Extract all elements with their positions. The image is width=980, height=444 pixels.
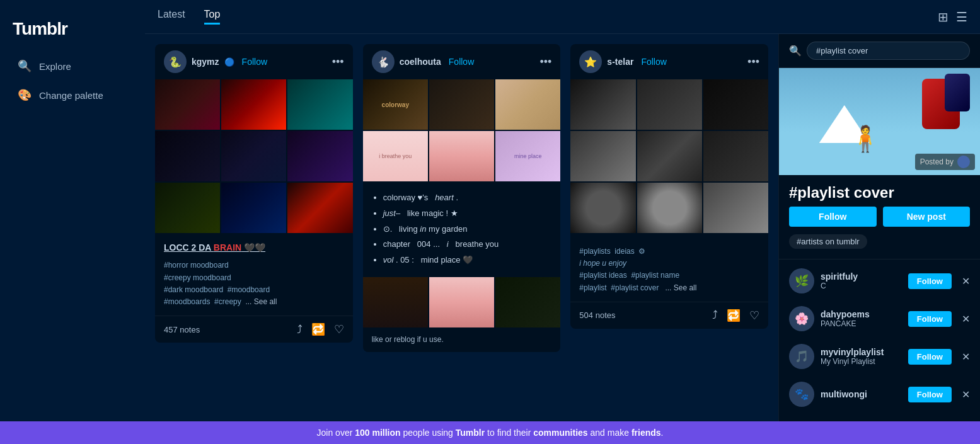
post-2-bullet-2: just– like magic ! ★ xyxy=(383,207,552,220)
post-2-img-8 xyxy=(429,277,494,327)
suggestion-multiwongi-close[interactable]: ✕ xyxy=(962,389,970,401)
post-3-footer: 504 notes ⤴ 🔁 ♡ xyxy=(570,302,768,329)
suggestion-multiwongi-info: multiwongi xyxy=(821,389,902,399)
post-2-bullet-5: vol . 05 : mind place 🖤 xyxy=(383,254,552,267)
search-input[interactable] xyxy=(807,42,970,60)
list-view-button[interactable]: ☰ xyxy=(956,9,967,25)
right-action-buttons: Follow New post xyxy=(779,207,980,234)
post-3-tags-line2: i hope u enjoy xyxy=(579,259,626,268)
post-3-footer-icons: ⤴ 🔁 ♡ xyxy=(712,309,759,322)
post-2-menu[interactable]: ••• xyxy=(539,55,551,69)
sidebar-item-palette-label: Change palette xyxy=(39,90,103,101)
post-card-1: 🐍 kgymz 🔵 Follow ••• xyxy=(155,44,353,343)
post-1-body: LOCC 2 DA BRAIN 🖤🖤 #horror moodboard #cr… xyxy=(155,233,353,316)
post-1-img-3 xyxy=(287,79,352,130)
suggestion-myvinylplaylist-desc: My Vinyl Playlist xyxy=(821,357,902,366)
suggestion-multiwongi-follow-btn[interactable]: Follow xyxy=(908,387,952,402)
suggestion-spiritfuly: 🌿 spiritfuly C Follow ✕ xyxy=(779,262,980,300)
post-1-tags: #horror moodboard #creepy moodboard #dar… xyxy=(164,259,344,308)
suggestion-myvinylplaylist-follow-btn[interactable]: Follow xyxy=(908,349,952,365)
banner-bold-4: friends xyxy=(631,428,661,438)
suggestion-myvinylplaylist-avatar: 🎵 xyxy=(789,344,814,369)
banner-bold-1: 100 million xyxy=(355,428,400,438)
post-1-notes: 457 notes xyxy=(164,325,200,334)
post-card-2: 🐇 coelhouta Follow ••• colorway i breath… xyxy=(363,44,561,352)
post-3-img-2 xyxy=(637,79,702,130)
post-1-menu[interactable]: ••• xyxy=(332,55,344,69)
suggestion-multiwongi-name: multiwongi xyxy=(821,389,902,399)
new-post-button[interactable]: New post xyxy=(883,207,971,227)
post-1-verified-icon: 🔵 xyxy=(224,57,234,67)
post-2-img-7 xyxy=(363,277,428,327)
suggestion-spiritfuly-close[interactable]: ✕ xyxy=(962,275,970,287)
post-3-share-icon[interactable]: ⤴ xyxy=(712,309,718,322)
explore-icon: 🔍 xyxy=(18,59,32,73)
post-1-follow-link[interactable]: Follow xyxy=(242,57,267,67)
tab-top[interactable]: Top xyxy=(204,9,221,25)
suggestion-spiritfuly-avatar: 🌿 xyxy=(789,268,814,293)
suggestion-dahypoems-follow-btn[interactable]: Follow xyxy=(908,311,952,327)
post-3-img-4 xyxy=(570,131,635,181)
suggestion-multiwongi: 🐾 multiwongi Follow ✕ xyxy=(779,375,980,413)
suggestion-dahypoems-avatar: 🌸 xyxy=(789,306,814,331)
related-tag-artists[interactable]: #artists on tumblr xyxy=(789,234,867,249)
post-3-see-all[interactable]: ... See all xyxy=(665,283,696,292)
post-3-follow-link[interactable]: Follow xyxy=(641,57,666,67)
post-2-body: colorway ♥'s heart . just– like magic ! … xyxy=(363,181,561,277)
search-icon: 🔍 xyxy=(789,45,802,57)
post-2-img-6: mine place xyxy=(495,131,560,181)
post-1-header: 🐍 kgymz 🔵 Follow ••• xyxy=(155,44,353,79)
suggestion-myvinylplaylist-close[interactable]: ✕ xyxy=(962,351,970,363)
post-3-menu[interactable]: ••• xyxy=(747,55,759,69)
suggestion-dahypoems-info: dahypoems PANCAKE xyxy=(821,309,902,328)
post-1-img-8 xyxy=(221,183,286,233)
post-1-like-icon[interactable]: ♡ xyxy=(334,322,344,336)
post-3-img-6 xyxy=(703,131,768,181)
sidebar-item-explore-label: Explore xyxy=(39,61,71,72)
main-area: Latest Top ⊞ ☰ 🐍 kgymz 🔵 Follow ••• xyxy=(145,0,980,444)
tab-latest[interactable]: Latest xyxy=(158,9,185,25)
post-1-see-all[interactable]: ... See all xyxy=(245,297,277,306)
post-3-tags: #playlists ideias ⚙ i hope u enjoy #play… xyxy=(579,246,759,294)
suggestion-dahypoems-close[interactable]: ✕ xyxy=(962,313,970,325)
post-1-img-6 xyxy=(287,131,352,181)
post-3-body: #playlists ideias ⚙ i hope u enjoy #play… xyxy=(570,233,768,302)
post-3-image-grid xyxy=(570,79,768,233)
suggestion-dahypoems: 🌸 dahypoems PANCAKE Follow ✕ xyxy=(779,300,980,338)
post-3-tags-line1: #playlists ideias ⚙ xyxy=(579,247,645,256)
follow-tag-button[interactable]: Follow xyxy=(789,207,877,227)
suggestion-dahypoems-name: dahypoems xyxy=(821,309,902,319)
poster-avatar xyxy=(957,156,970,168)
suggestion-myvinylplaylist: 🎵 myvinylplaylist My Vinyl Playlist Foll… xyxy=(779,338,980,375)
post-2-img-9 xyxy=(495,277,560,327)
post-1-share-icon[interactable]: ⤴ xyxy=(297,323,303,336)
post-1-title: LOCC 2 DA BRAIN 🖤🖤 xyxy=(164,241,344,254)
sidebar-item-explore[interactable]: 🔍 Explore xyxy=(5,53,140,79)
topnav-right-controls: ⊞ ☰ xyxy=(938,9,967,25)
suggestion-spiritfuly-follow-btn[interactable]: Follow xyxy=(908,273,952,289)
tag-title: #playlist cover xyxy=(779,175,980,207)
sidebar-item-change-palette[interactable]: 🎨 Change palette xyxy=(5,82,140,108)
post-3-notes: 504 notes xyxy=(579,310,615,320)
post-2-img-4-text: i breathe you xyxy=(363,131,428,181)
right-panel: 🔍 🧍 Posted by #playlist cover xyxy=(778,34,980,444)
post-1-title-red: BRAIN xyxy=(214,242,241,253)
suggestion-spiritfuly-name: spiritfuly xyxy=(821,271,902,282)
banner-bold-3: communities xyxy=(533,428,587,438)
post-3-username: s-telar xyxy=(607,57,633,67)
post-2-bullet-list: colorway ♥'s heart . just– like magic ! … xyxy=(372,191,552,267)
post-2-follow-link[interactable]: Follow xyxy=(449,57,474,67)
grid-view-button[interactable]: ⊞ xyxy=(938,9,948,25)
post-3-img-1 xyxy=(570,79,635,130)
bottom-banner: Join over 100 million people using Tumbl… xyxy=(0,421,980,444)
post-1-img-4 xyxy=(155,131,220,181)
post-1-reblog-icon[interactable]: 🔁 xyxy=(311,322,325,336)
post-2-img-2 xyxy=(429,79,494,130)
post-3-like-icon[interactable]: ♡ xyxy=(749,309,759,322)
post-3-reblog-icon[interactable]: 🔁 xyxy=(727,309,741,322)
post-1-img-2 xyxy=(221,79,286,130)
post-3-header: ⭐ s-telar Follow ••• xyxy=(570,44,768,79)
post-1-footer: 457 notes ⤴ 🔁 ♡ xyxy=(155,316,353,343)
post-2-username: coelhouta xyxy=(400,57,441,67)
suggestion-multiwongi-avatar: 🐾 xyxy=(789,382,814,407)
